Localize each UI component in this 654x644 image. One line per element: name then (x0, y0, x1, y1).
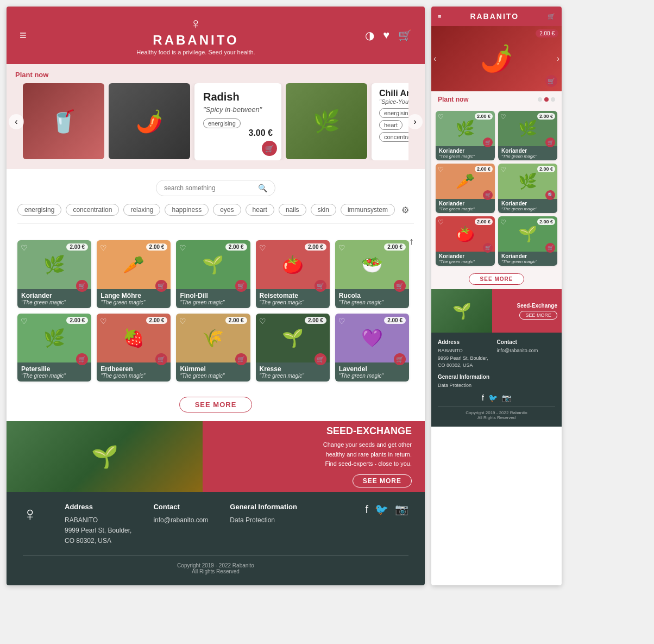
featured-sub: "Spicy in-between" (203, 105, 273, 114)
product-info-kresse: Kresse "The green magic" (256, 362, 330, 382)
dot-2[interactable] (544, 97, 549, 102)
filter-happiness[interactable]: happiness (165, 204, 209, 216)
plant-now-label: Plant now (7, 71, 425, 83)
product-price-erdbeeren: 2.00 € (146, 317, 168, 324)
mobile-card-cart-6[interactable]: 🛒 (545, 243, 555, 253)
filter-energising[interactable]: energising (17, 204, 61, 216)
filter-relaxing[interactable]: relaxing (123, 204, 160, 216)
mobile-footer-general-text: Data Protection (438, 382, 555, 390)
mobile-card-info-1: Koriander "The green magic" (436, 146, 495, 160)
footer-general-col: General Information Data Protection (230, 503, 297, 526)
product-card-kresse: 🌱 ♡ 2.00 € 🛒 Kresse "The green magic" (256, 314, 330, 382)
heart-icon[interactable]: ♥ (383, 29, 389, 42)
mobile-card-sub-1: "The green magic" (439, 154, 492, 159)
mobile-card-name-5: Koriander (439, 253, 492, 259)
mobile-card-heart-1[interactable]: ♡ (438, 113, 444, 121)
instagram-icon[interactable]: 📷 (395, 503, 408, 516)
product-heart-petersilie[interactable]: ♡ (21, 317, 28, 326)
filter-concentration[interactable]: concentration (66, 204, 119, 216)
product-cart-kresse[interactable]: 🛒 (315, 353, 326, 365)
scroll-top-button[interactable]: ↑ (409, 236, 414, 247)
featured-cart-button[interactable]: 🛒 (262, 141, 277, 156)
filter-nails[interactable]: nails (279, 204, 306, 216)
product-cart-lavendel[interactable]: 🛒 (394, 353, 406, 365)
mobile-see-more-button[interactable]: SEE MORE (469, 273, 525, 285)
product-card-koriander: 🌿 ♡ 2.00 € 🛒 Koriander "The green magic" (17, 240, 91, 308)
facebook-icon[interactable]: f (365, 503, 368, 516)
mobile-card-sub-2: "The green magic" (501, 154, 554, 159)
dot-3[interactable] (551, 97, 555, 102)
product-info-lavendel: Lavendel "The green magic" (335, 362, 409, 382)
product-info-erdbeeren: Erdbeeren "The green magic" (97, 362, 171, 382)
product-cart-rucola[interactable]: 🛒 (394, 280, 406, 292)
mobile-hero-cart[interactable]: 🛒 (545, 75, 557, 87)
filter-skin[interactable]: skin (311, 204, 336, 216)
carousel-left-arrow[interactable]: ‹ (9, 114, 24, 129)
product-heart-lavendel[interactable]: ♡ (338, 317, 345, 326)
mobile-header: ≡ RABANITO 🛒 (431, 7, 562, 26)
seed-desc-2: healthy and rare plants in return. (326, 451, 412, 458)
mobile-instagram-icon[interactable]: 📷 (502, 393, 511, 402)
see-more-button[interactable]: SEE MORE (179, 397, 253, 412)
mobile-menu-icon[interactable]: ≡ (438, 13, 441, 20)
mobile-card-heart-5[interactable]: ♡ (438, 218, 444, 226)
product-heart-kresse[interactable]: ♡ (259, 317, 266, 326)
mobile-right-arrow[interactable]: › (557, 54, 559, 64)
product-heart-finol-dill[interactable]: ♡ (179, 243, 186, 252)
mobile-card-cart-3[interactable]: 🛒 (483, 190, 493, 200)
mobile-card-cart-1[interactable]: 🛒 (483, 137, 493, 147)
product-price-lavendel: 2.00 € (384, 317, 406, 324)
product-card-finol-dill: 🌱 ♡ 2.00 € 🛒 Finol-Dill "The green magic… (176, 240, 250, 308)
product-info-rucola: Rucola "The green magic" (335, 289, 409, 308)
product-card-petersilie: 🌿 ♡ 2.00 € 🛒 Petersilie "The green magic… (17, 314, 91, 382)
mobile-card-price-5: 2.00 € (475, 218, 493, 225)
filter-settings-icon[interactable]: ⚙ (401, 205, 409, 215)
mobile-card-heart-6[interactable]: ♡ (500, 218, 506, 226)
mobile-card-search-4[interactable]: 🔍 (545, 190, 555, 200)
product-heart-lange-mohre[interactable]: ♡ (100, 243, 107, 252)
twitter-icon[interactable]: 🐦 (375, 503, 388, 516)
mobile-card-heart-3[interactable]: ♡ (438, 166, 444, 173)
mobile-twitter-icon[interactable]: 🐦 (488, 393, 498, 402)
product-cart-finol-dill[interactable]: 🛒 (235, 280, 247, 292)
carousel-right-arrow[interactable]: › (407, 114, 423, 129)
filter-immunsystem[interactable]: immunsystem (341, 204, 395, 216)
product-heart-kummel[interactable]: ♡ (179, 317, 186, 326)
seed-see-more-button[interactable]: SEE MORE (353, 474, 412, 487)
product-cart-reisetomate[interactable]: 🛒 (315, 280, 326, 292)
footer-contact: info@rabanito.com (153, 515, 208, 526)
dot-1[interactable] (538, 97, 542, 102)
mobile-card-cart-5[interactable]: 🛒 (483, 243, 493, 253)
seed-exchange-title: SEED-EXCHANGE (216, 426, 412, 437)
mobile-card-cart-2[interactable]: 🛒 (545, 137, 555, 147)
mobile-footer-copyright: Copyright 2019 - 2022 RabanitoAll Rights… (438, 407, 555, 420)
mobile-left-arrow[interactable]: ‹ (433, 54, 436, 64)
footer-logo: ♀ (23, 503, 37, 526)
menu-icon[interactable]: ≡ (20, 28, 27, 42)
contrast-icon[interactable]: ◑ (365, 29, 374, 42)
filter-heart[interactable]: heart (246, 204, 274, 216)
mobile-card-heart-2[interactable]: ♡ (500, 113, 506, 121)
product-sub: "The green magic" (100, 373, 167, 379)
product-heart-reisetomate[interactable]: ♡ (259, 243, 266, 252)
search-filter-section: 🔍 energising concentration relaxing happ… (7, 169, 425, 229)
filter-eyes[interactable]: eyes (213, 204, 241, 216)
product-heart-koriander[interactable]: ♡ (21, 243, 28, 252)
product-heart-erdbeeren[interactable]: ♡ (100, 317, 107, 326)
mobile-facebook-icon[interactable]: f (482, 393, 484, 402)
mobile-seed-exchange: 🌱 Seed-Exchange SEE MORE (431, 289, 562, 333)
mobile-cart-icon[interactable]: 🛒 (548, 13, 555, 20)
mobile-card-heart-4[interactable]: ♡ (500, 166, 506, 173)
hero-item-2: 🌶️ (109, 83, 190, 159)
footer-general-title: General Information (230, 503, 297, 511)
mobile-seed-title: Seed-Exchange (517, 303, 557, 309)
mobile-logo: RABANITO (470, 12, 519, 21)
footer: ♀ Address RABANITO9999 Pearl St, Boulder… (7, 492, 425, 585)
product-cart-kummel[interactable]: 🛒 (235, 353, 247, 365)
search-input[interactable] (164, 184, 258, 192)
mobile-seed-see-more-button[interactable]: SEE MORE (519, 311, 557, 320)
product-info-petersilie: Petersilie "The green magic" (17, 362, 91, 382)
product-price-kresse: 2.00 € (305, 317, 326, 324)
cart-icon[interactable]: 🛒 (398, 29, 412, 42)
product-heart-rucola[interactable]: ♡ (338, 243, 345, 252)
